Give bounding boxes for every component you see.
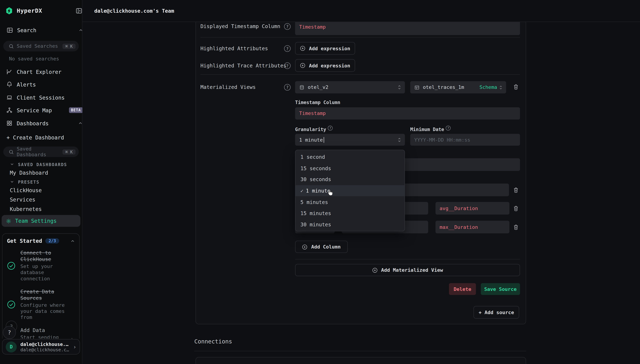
table-select[interactable]: otel_traces_1m Schema <box>410 81 506 93</box>
dashboards-icon <box>6 120 13 126</box>
sidebar-item-kubernetes[interactable]: Kubernetes <box>0 206 92 212</box>
brand-name: HyperDX <box>17 7 43 14</box>
search-icon <box>9 44 14 49</box>
step-subtitle: Start sending logs, metrics, or traces <box>21 334 64 338</box>
chart-explorer-icon <box>6 68 13 75</box>
delete-button[interactable]: Delete <box>449 283 476 295</box>
hyperdx-logo-icon <box>5 7 13 14</box>
select-value: otel_traces_1m <box>423 84 464 90</box>
user-email: dale@clickhouse.c… <box>21 347 73 352</box>
arrow-right-icon <box>69 337 74 338</box>
sidebar-item-my-dashboard[interactable]: My Dashboard <box>0 169 92 176</box>
save-source-button[interactable]: Save Source <box>481 283 520 295</box>
dropdown-option[interactable]: 15 seconds <box>296 163 404 174</box>
sidebar-item-label: Client Sessions <box>17 94 65 100</box>
content-area: Displayed Timestamp Column ? Timestamp H… <box>83 22 640 364</box>
step-title: Create Data Sources <box>21 288 74 302</box>
shortcut-key: ⌘ K <box>63 149 76 154</box>
sidebar-item-team-settings[interactable]: Team Settings <box>2 215 80 227</box>
sidebar-item-search[interactable]: Search <box>0 24 89 36</box>
logo-row: HyperDX <box>0 5 88 16</box>
sidebar-item-chart-explorer[interactable]: Chart Explorer <box>0 66 89 78</box>
unfold-icon <box>499 84 503 90</box>
sidebar-item-label: Service Map <box>17 107 52 113</box>
step-title: Connect to ClickHouse <box>21 250 74 263</box>
dropdown-option[interactable]: 30 minutes <box>296 219 404 230</box>
sidebar-item-label: Team Settings <box>15 218 57 224</box>
sidebar-item-label: Chart Explorer <box>17 69 62 75</box>
saved-dashboards-input[interactable]: Saved Dashboards ⌘ K <box>3 146 79 157</box>
help-icon[interactable]: ? <box>284 62 291 69</box>
add-column-button[interactable]: Add Column <box>295 241 348 253</box>
timestamp-column-label: Timestamp Column <box>295 100 340 105</box>
help-button[interactable]: ? <box>3 326 16 339</box>
sidebar-item-client-sessions[interactable]: Client Sessions <box>0 92 89 103</box>
minimum-date-label: Minimum Date? <box>410 126 451 132</box>
add-materialized-view-button[interactable]: Add Materialized View <box>295 264 520 276</box>
help-icon[interactable]: ? <box>284 23 291 30</box>
input-value: max__Duration <box>440 224 478 230</box>
saved-searches-input[interactable]: Saved Searches ⌘ K <box>3 41 79 51</box>
input-placeholder: YYYY-MM-DD HH:mm:ss <box>414 137 470 143</box>
topbar: dale@clickhouse.com's Team <box>83 0 640 22</box>
granularity-label: Granularity? <box>295 126 333 132</box>
sidebar-item-clickhouse[interactable]: ClickHouse <box>0 187 92 194</box>
get-started-step-add-data[interactable]: Add Data Start sending logs, metrics, or… <box>7 327 75 338</box>
saved-searches-placeholder: Saved Searches <box>17 43 63 49</box>
granularity-select[interactable]: 1 minute <box>295 134 405 146</box>
dropdown-option[interactable]: 1 second <box>296 152 404 163</box>
input-value: avg__Duration <box>440 206 478 211</box>
sidebar-item-dashboards[interactable]: Dashboards <box>0 118 89 129</box>
unfold-icon <box>397 84 402 90</box>
database-icon <box>299 84 305 90</box>
delete-row-icon[interactable] <box>513 187 519 194</box>
laptop-icon <box>6 94 13 101</box>
add-expression-button[interactable]: Add expression <box>295 59 355 72</box>
minimum-date-input[interactable]: YYYY-MM-DD HH:mm:ss <box>410 134 520 146</box>
dropdown-option-selected[interactable]: ✓ 1 minute <box>296 185 404 196</box>
text-caret <box>324 137 324 143</box>
dropdown-option[interactable]: 5 minutes <box>296 196 404 208</box>
sidebar-item-label: Alerts <box>17 81 36 88</box>
check-icon: ✓ <box>300 188 303 194</box>
table-icon <box>414 84 420 90</box>
sidebar-item-alerts[interactable]: Alerts <box>0 79 89 90</box>
dropdown-option[interactable]: 15 minutes <box>296 208 404 219</box>
divider <box>200 74 520 74</box>
divider <box>194 351 526 351</box>
get-started-step-connect[interactable]: Connect to ClickHouse Set up your databa… <box>7 250 75 282</box>
delete-row-icon[interactable] <box>513 224 519 231</box>
get-started-header[interactable]: Get Started 2/3 <box>7 238 75 244</box>
saved-dashboards-placeholder: Saved Dashboards <box>17 146 63 158</box>
database-select[interactable]: otel_v2 <box>295 81 405 93</box>
section-presets[interactable]: PRESETS <box>0 178 92 185</box>
displayed-timestamp-input[interactable]: Timestamp <box>295 22 520 35</box>
sidebar-item-service-map[interactable]: Service Map BETA <box>0 104 89 116</box>
help-icon[interactable]: ? <box>284 45 291 52</box>
source-settings-card: Displayed Timestamp Column ? Timestamp H… <box>196 22 526 324</box>
add-expression-button[interactable]: Add expression <box>295 42 355 55</box>
create-dashboard-button[interactable]: + Create Dashboard <box>0 132 89 143</box>
chevron-right-icon: › <box>73 344 76 350</box>
column-alias-input[interactable]: max__Duration <box>436 221 509 234</box>
materialized-views-label: Materialized Views <box>200 84 256 90</box>
timestamp-column-input[interactable]: Timestamp <box>295 107 520 120</box>
get-started-step-sources[interactable]: Create Data Sources Configure where your… <box>7 288 75 320</box>
column-alias-input[interactable]: avg__Duration <box>436 202 509 215</box>
delete-row-icon[interactable] <box>513 205 519 212</box>
connections-card <box>196 357 526 364</box>
add-source-button[interactable]: + Add source <box>473 306 519 318</box>
dropdown-option[interactable]: 30 seconds <box>296 174 404 185</box>
user-menu[interactable]: D dale@clickhouse.… dale@clickhouse.c… › <box>2 339 80 354</box>
check-circle-icon <box>7 300 21 309</box>
section-saved-dashboards[interactable]: SAVED DASHBOARDS <box>0 161 92 167</box>
delete-mv-row-icon[interactable] <box>513 84 519 90</box>
collapse-sidebar-icon[interactable] <box>76 7 83 14</box>
schema-link[interactable]: Schema <box>479 84 497 90</box>
input-value: Timestamp <box>299 110 326 116</box>
chevron-up-icon <box>70 238 75 243</box>
help-icon[interactable]: ? <box>284 84 291 91</box>
sidebar-item-services[interactable]: Services <box>0 196 92 203</box>
highlighted-attributes-label: Highlighted Attributes <box>200 45 268 51</box>
info-icon: ? <box>446 126 451 130</box>
